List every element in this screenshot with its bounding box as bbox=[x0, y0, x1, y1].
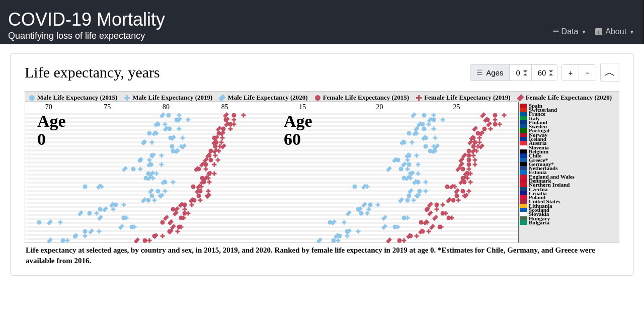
legend-item[interactable]: Female Life Expectancy (2020) bbox=[518, 94, 612, 102]
data-point[interactable] bbox=[166, 113, 171, 118]
data-point[interactable] bbox=[424, 189, 428, 194]
data-point[interactable] bbox=[467, 153, 471, 158]
data-point[interactable] bbox=[191, 185, 195, 189]
legend-item[interactable]: Male Life Expectancy (2020) bbox=[219, 94, 307, 102]
data-point[interactable] bbox=[159, 153, 164, 158]
data-point[interactable] bbox=[473, 158, 477, 163]
data-point[interactable] bbox=[434, 202, 439, 207]
data-point[interactable] bbox=[405, 198, 410, 202]
data-point[interactable] bbox=[163, 189, 167, 194]
data-point[interactable] bbox=[416, 171, 420, 176]
data-point[interactable] bbox=[346, 211, 352, 217]
data-point[interactable] bbox=[179, 224, 184, 229]
add-age-button[interactable]: + bbox=[562, 65, 579, 80]
data-point[interactable] bbox=[186, 211, 191, 216]
data-point[interactable] bbox=[88, 211, 92, 216]
data-point[interactable] bbox=[141, 197, 147, 203]
age-select-2[interactable]: 60 bbox=[532, 65, 557, 80]
data-point[interactable] bbox=[65, 238, 70, 243]
data-point[interactable] bbox=[150, 193, 154, 198]
data-point[interactable] bbox=[416, 162, 420, 167]
data-point[interactable] bbox=[83, 229, 88, 233]
data-point[interactable] bbox=[134, 237, 140, 244]
data-point[interactable] bbox=[422, 113, 427, 118]
data-point[interactable] bbox=[37, 220, 42, 225]
data-point[interactable] bbox=[159, 113, 166, 119]
data-point[interactable] bbox=[143, 238, 147, 243]
data-point[interactable] bbox=[468, 171, 473, 176]
data-point[interactable] bbox=[170, 144, 174, 149]
data-point[interactable] bbox=[386, 237, 392, 244]
data-point[interactable] bbox=[473, 140, 477, 144]
data-point[interactable] bbox=[138, 167, 142, 171]
data-point[interactable] bbox=[411, 198, 416, 202]
data-point[interactable] bbox=[460, 167, 465, 171]
data-point[interactable] bbox=[471, 153, 476, 158]
data-point[interactable] bbox=[342, 220, 346, 225]
data-point[interactable] bbox=[197, 193, 201, 198]
data-point[interactable] bbox=[97, 215, 103, 221]
nav-data-dropdown[interactable]: Data ▼ bbox=[553, 27, 586, 36]
data-point[interactable] bbox=[455, 166, 461, 172]
data-point[interactable] bbox=[47, 219, 53, 225]
data-point[interactable] bbox=[456, 198, 460, 202]
data-point[interactable] bbox=[502, 113, 507, 118]
data-point[interactable] bbox=[366, 207, 371, 211]
data-point[interactable] bbox=[316, 237, 323, 244]
data-point[interactable] bbox=[439, 224, 443, 229]
data-point[interactable] bbox=[146, 198, 151, 202]
age-select-1[interactable]: 0 bbox=[510, 65, 531, 80]
data-point[interactable] bbox=[88, 228, 94, 234]
data-point[interactable] bbox=[493, 122, 498, 127]
data-point[interactable] bbox=[405, 216, 410, 220]
data-point[interactable] bbox=[440, 118, 445, 122]
data-point[interactable] bbox=[215, 158, 220, 163]
data-point[interactable] bbox=[124, 216, 128, 220]
data-point[interactable] bbox=[171, 180, 176, 185]
data-point[interactable] bbox=[427, 122, 431, 127]
data-point[interactable] bbox=[414, 233, 419, 238]
data-point[interactable] bbox=[427, 229, 431, 233]
data-point[interactable] bbox=[186, 118, 191, 122]
data-point[interactable] bbox=[467, 189, 471, 194]
legend-item[interactable]: Male Life Expectancy (2019) bbox=[124, 94, 212, 102]
legend-item[interactable]: Female Life Expectancy (2019) bbox=[416, 94, 510, 102]
data-point[interactable] bbox=[242, 113, 246, 118]
data-point[interactable] bbox=[58, 220, 63, 225]
data-point[interactable] bbox=[498, 122, 502, 127]
data-point[interactable] bbox=[368, 202, 373, 207]
data-point[interactable] bbox=[118, 224, 124, 230]
data-point[interactable] bbox=[460, 189, 465, 194]
data-point[interactable] bbox=[365, 211, 369, 216]
collapse-button[interactable]: ︿ bbox=[600, 63, 619, 82]
data-point[interactable] bbox=[232, 122, 236, 127]
data-point[interactable] bbox=[414, 153, 419, 158]
data-point[interactable] bbox=[493, 113, 498, 118]
data-point[interactable] bbox=[173, 211, 179, 217]
data-point[interactable] bbox=[432, 215, 438, 221]
nav-about-dropdown[interactable]: i About ▼ bbox=[595, 27, 634, 36]
data-point[interactable] bbox=[381, 215, 387, 221]
data-point[interactable] bbox=[480, 113, 486, 119]
data-point[interactable] bbox=[477, 135, 482, 140]
data-point[interactable] bbox=[183, 207, 187, 211]
data-point[interactable] bbox=[331, 238, 336, 243]
data-point[interactable] bbox=[122, 166, 128, 172]
data-point[interactable] bbox=[97, 229, 102, 233]
data-point[interactable] bbox=[407, 193, 411, 198]
data-point[interactable] bbox=[433, 135, 437, 140]
data-point[interactable] bbox=[488, 127, 493, 131]
data-point[interactable] bbox=[152, 198, 156, 202]
data-point[interactable] bbox=[147, 238, 152, 243]
data-point[interactable] bbox=[176, 229, 180, 233]
data-point[interactable] bbox=[132, 224, 137, 229]
data-point[interactable] bbox=[467, 158, 471, 163]
data-point[interactable] bbox=[98, 207, 103, 211]
data-point[interactable] bbox=[446, 197, 452, 203]
data-point[interactable] bbox=[467, 167, 471, 171]
data-point[interactable] bbox=[204, 167, 208, 171]
data-point[interactable] bbox=[147, 131, 152, 135]
data-point[interactable] bbox=[396, 224, 400, 229]
data-point[interactable] bbox=[428, 211, 434, 217]
data-point[interactable] bbox=[473, 162, 477, 167]
